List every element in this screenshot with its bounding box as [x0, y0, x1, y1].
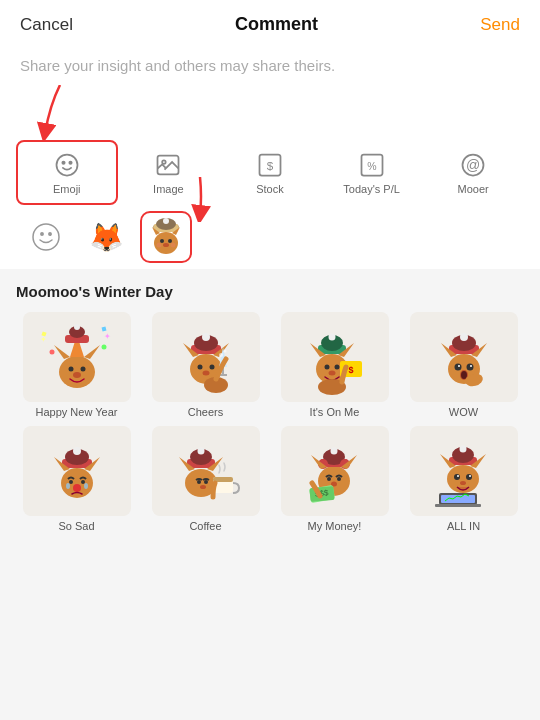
page-title: Comment	[235, 14, 318, 35]
svg-rect-130	[435, 504, 481, 507]
sticker-label: It's On Me	[310, 406, 360, 418]
svg-point-0	[56, 155, 77, 176]
sticker-wow[interactable]: WOW	[403, 312, 524, 418]
svg-point-25	[171, 243, 176, 248]
emoji-fire-fox[interactable]: 🦊	[80, 211, 132, 263]
svg-point-4	[163, 160, 167, 164]
arrow-annotation-1	[30, 85, 90, 140]
svg-text:✦: ✦	[40, 335, 47, 344]
svg-point-62	[324, 365, 329, 370]
svg-point-1	[62, 162, 64, 164]
svg-text:%: %	[367, 160, 376, 172]
svg-marker-28	[54, 345, 70, 359]
toolbar-stock[interactable]: $ Stock	[219, 140, 321, 205]
svg-point-34	[80, 367, 85, 372]
svg-point-76	[458, 365, 460, 367]
sticker-grid: ✦ ✦ Happy New Year	[16, 312, 524, 532]
svg-point-120	[459, 446, 466, 453]
svg-point-64	[328, 371, 335, 376]
sticker-label: My Money!	[308, 520, 362, 532]
svg-point-91	[84, 483, 88, 489]
mooer-icon: @	[458, 150, 488, 180]
emoji-smiley[interactable]	[20, 211, 72, 263]
svg-point-32	[74, 324, 80, 330]
svg-point-84	[73, 447, 81, 455]
svg-point-54	[223, 350, 226, 353]
svg-point-81	[61, 468, 93, 498]
sticker-happy-new-year[interactable]: ✦ ✦ Happy New Year	[16, 312, 137, 418]
svg-point-59	[328, 334, 335, 341]
svg-point-23	[163, 243, 169, 247]
svg-point-50	[202, 371, 209, 376]
emoji-type-row: 🦊	[0, 205, 540, 269]
cancel-button[interactable]: Cancel	[20, 15, 73, 35]
pnl-icon: %	[357, 150, 387, 180]
svg-point-90	[66, 483, 70, 489]
svg-point-79	[461, 371, 467, 379]
sticker-section: Moomoo's Winter Day	[0, 269, 540, 720]
svg-point-17	[163, 218, 169, 224]
svg-point-49	[209, 365, 214, 370]
sticker-all-in[interactable]: ALL IN	[403, 426, 524, 532]
svg-point-127	[460, 481, 466, 485]
sticker-coffee[interactable]: Coffee	[145, 426, 266, 532]
svg-point-53	[219, 353, 223, 357]
svg-point-89	[73, 484, 81, 492]
arrow-annotation-2	[170, 177, 230, 222]
svg-point-21	[160, 239, 164, 243]
svg-point-35	[73, 372, 81, 378]
svg-point-2	[69, 162, 71, 164]
comment-placeholder: Share your insight and others may share …	[0, 45, 540, 90]
toolbar: Emoji Image $ Stock % Today's P/L @	[0, 140, 540, 205]
sticker-section-title: Moomoo's Winter Day	[16, 283, 524, 300]
svg-text:$: $	[267, 159, 274, 172]
svg-point-33	[68, 367, 73, 372]
svg-point-12	[41, 233, 43, 235]
svg-point-75	[466, 364, 473, 371]
sticker-label: ALL IN	[447, 520, 480, 532]
sticker-so-sad[interactable]: So Sad	[16, 426, 137, 532]
svg-point-13	[49, 233, 51, 235]
sticker-its-on-me[interactable]: $ It's On Me	[274, 312, 395, 418]
svg-point-24	[157, 243, 162, 248]
svg-point-100	[200, 485, 206, 489]
svg-point-112	[337, 477, 341, 481]
svg-text:$: $	[348, 365, 353, 375]
svg-point-126	[469, 475, 471, 477]
sticker-my-money[interactable]: $$$ My Money!	[274, 426, 395, 532]
sticker-label: Coffee	[189, 520, 221, 532]
stock-icon: $	[255, 150, 285, 180]
sticker-cheers[interactable]: Cheers	[145, 312, 266, 418]
svg-point-106	[330, 448, 337, 455]
svg-point-11	[33, 224, 59, 250]
stock-label: Stock	[256, 183, 284, 195]
svg-point-87	[69, 480, 73, 484]
svg-point-111	[327, 477, 331, 481]
svg-point-123	[454, 474, 460, 480]
svg-point-48	[197, 365, 202, 370]
sticker-label: Cheers	[188, 406, 223, 418]
toolbar-emoji[interactable]: Emoji	[16, 140, 118, 205]
svg-point-77	[470, 365, 472, 367]
svg-point-125	[457, 475, 459, 477]
svg-point-98	[197, 480, 201, 484]
svg-point-38	[49, 350, 54, 355]
toolbar-pnl[interactable]: % Today's P/L	[321, 140, 423, 205]
svg-point-71	[460, 333, 468, 341]
svg-point-124	[466, 474, 472, 480]
svg-point-63	[334, 365, 339, 370]
pnl-label: Today's P/L	[343, 183, 400, 195]
send-button[interactable]: Send	[480, 15, 520, 35]
svg-point-95	[197, 448, 204, 455]
svg-point-39	[101, 345, 106, 350]
header: Cancel Comment Send	[0, 0, 540, 45]
mooer-label: Mooer	[458, 183, 489, 195]
svg-point-74	[454, 364, 461, 371]
svg-point-45	[202, 333, 210, 341]
emoji-label: Emoji	[53, 183, 81, 195]
svg-point-22	[168, 239, 172, 243]
sticker-label: Happy New Year	[36, 406, 118, 418]
svg-point-88	[81, 480, 85, 484]
toolbar-mooer[interactable]: @ Mooer	[422, 140, 524, 205]
sticker-label: So Sad	[58, 520, 94, 532]
